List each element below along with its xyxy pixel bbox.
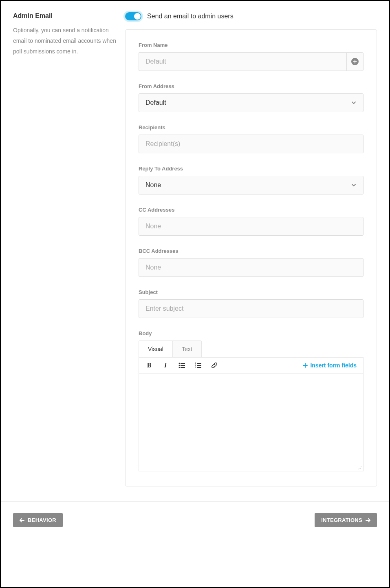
cc-input[interactable] bbox=[139, 217, 364, 236]
bcc-input[interactable] bbox=[139, 258, 364, 277]
from-name-add-button[interactable] bbox=[346, 52, 364, 71]
svg-rect-3 bbox=[181, 365, 185, 366]
plus-icon bbox=[351, 58, 359, 65]
insert-form-fields-label: Insert form fields bbox=[310, 362, 357, 369]
recipients-label: Recipients bbox=[139, 124, 364, 130]
svg-rect-7 bbox=[197, 363, 201, 364]
chevron-down-icon bbox=[351, 182, 357, 188]
behavior-label: BEHAVIOR bbox=[28, 517, 56, 523]
body-label: Body bbox=[139, 330, 364, 336]
tab-visual[interactable]: Visual bbox=[139, 341, 173, 357]
svg-rect-11 bbox=[197, 367, 201, 368]
chevron-down-icon bbox=[351, 100, 357, 106]
subject-label: Subject bbox=[139, 289, 364, 295]
subject-input[interactable] bbox=[139, 299, 364, 318]
bcc-label: BCC Addresses bbox=[139, 248, 364, 254]
section-description: Optionally, you can send a notification … bbox=[13, 25, 117, 57]
from-address-value: Default bbox=[145, 99, 166, 106]
reply-to-label: Reply To Address bbox=[139, 166, 364, 172]
bold-button[interactable]: B bbox=[145, 362, 153, 369]
svg-rect-5 bbox=[181, 367, 185, 368]
body-editor[interactable] bbox=[139, 374, 364, 471]
cc-label: CC Addresses bbox=[139, 207, 364, 213]
integrations-label: INTEGRATIONS bbox=[321, 517, 362, 523]
reply-to-value: None bbox=[145, 181, 161, 189]
toggle-label: Send an email to admin users bbox=[147, 13, 234, 20]
italic-button[interactable]: I bbox=[162, 362, 169, 369]
from-address-select[interactable]: Default bbox=[139, 93, 364, 112]
arrow-left-icon bbox=[20, 518, 24, 522]
from-address-label: From Address bbox=[139, 83, 364, 89]
bullet-list-button[interactable] bbox=[178, 362, 185, 369]
behavior-button[interactable]: BEHAVIOR bbox=[13, 513, 63, 527]
section-title: Admin Email bbox=[13, 12, 117, 20]
send-email-toggle[interactable] bbox=[125, 12, 141, 20]
integrations-button[interactable]: INTEGRATIONS bbox=[315, 513, 377, 527]
link-button[interactable] bbox=[211, 362, 218, 369]
svg-point-4 bbox=[179, 367, 180, 368]
from-name-input[interactable] bbox=[139, 52, 346, 71]
svg-text:3: 3 bbox=[195, 366, 196, 368]
svg-point-0 bbox=[179, 363, 180, 364]
numbered-list-button[interactable]: 123 bbox=[194, 362, 202, 369]
svg-rect-9 bbox=[197, 365, 201, 366]
insert-form-fields-button[interactable]: Insert form fields bbox=[303, 362, 357, 369]
plus-icon bbox=[303, 363, 308, 368]
recipients-input[interactable] bbox=[139, 135, 364, 153]
reply-to-select[interactable]: None bbox=[139, 176, 364, 195]
svg-rect-1 bbox=[181, 363, 185, 364]
tab-text[interactable]: Text bbox=[173, 341, 201, 357]
email-settings-form: From Name From Address Default bbox=[125, 29, 377, 486]
arrow-right-icon bbox=[366, 518, 370, 522]
svg-point-2 bbox=[179, 365, 180, 366]
resize-handle-icon[interactable] bbox=[357, 465, 362, 470]
from-name-label: From Name bbox=[139, 42, 364, 48]
